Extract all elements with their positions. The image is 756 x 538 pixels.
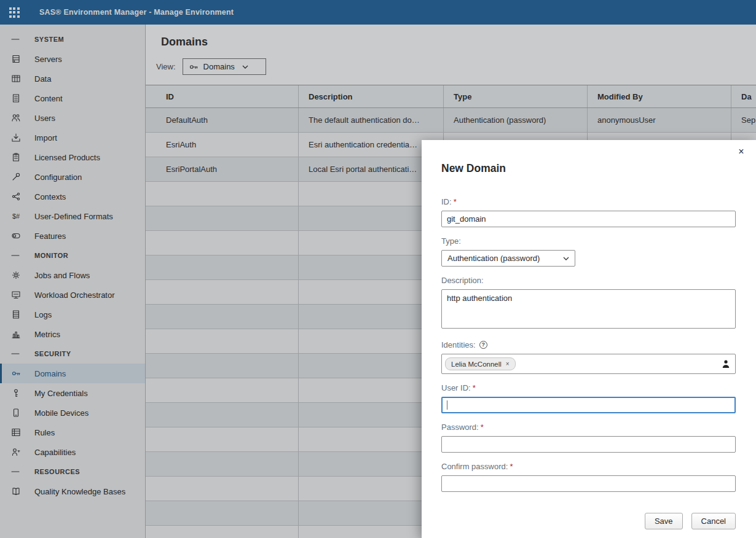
cancel-button[interactable]: Cancel <box>691 513 736 529</box>
identity-chip-label: Lelia McConnell <box>451 361 502 368</box>
new-domain-dialog: × New Domain ID: * Type: Authentication … <box>422 140 756 538</box>
dialog-title: New Domain <box>441 162 736 175</box>
user-id-label-text: User ID: <box>441 383 471 392</box>
description-textarea[interactable]: http authentication <box>441 289 736 329</box>
required-marker: * <box>510 462 513 471</box>
password-input[interactable] <box>441 436 736 453</box>
confirm-password-input[interactable] <box>441 475 736 492</box>
save-button[interactable]: Save <box>645 513 683 529</box>
description-field-group: Description: http authentication <box>441 276 736 331</box>
select-identities-icon[interactable] <box>722 360 730 368</box>
id-label: ID: * <box>441 197 736 206</box>
identity-chip[interactable]: Lelia McConnell × <box>445 357 516 370</box>
id-field-group: ID: * <box>441 197 736 227</box>
password-label: Password: * <box>441 423 736 432</box>
password-label-text: Password: <box>441 423 479 432</box>
user-id-input-wrap <box>441 397 736 413</box>
confirm-password-label: Confirm password: * <box>441 462 736 471</box>
required-marker: * <box>481 423 484 432</box>
close-icon[interactable]: × <box>734 145 748 158</box>
user-id-field-group: User ID: * <box>441 383 736 413</box>
type-select-value: Authentication (password) <box>447 254 540 263</box>
description-label-text: Description: <box>441 276 484 285</box>
identities-label: Identities: ? <box>441 340 736 349</box>
type-label: Type: <box>441 236 736 246</box>
password-field-group: Password: * <box>441 423 736 453</box>
text-caret <box>447 400 447 410</box>
confirm-password-label-text: Confirm password: <box>441 462 508 471</box>
type-select[interactable]: Authentication (password) <box>441 250 575 267</box>
identities-field-group: Identities: ? Lelia McConnell × <box>441 340 736 374</box>
required-marker: * <box>473 383 476 392</box>
id-input[interactable] <box>441 211 736 227</box>
description-label: Description: <box>441 276 736 285</box>
dialog-actions: Save Cancel <box>441 513 736 529</box>
required-marker: * <box>454 197 457 206</box>
identities-label-text: Identities: <box>441 340 476 349</box>
user-id-label: User ID: * <box>441 383 736 392</box>
user-id-input[interactable] <box>441 397 736 413</box>
identities-input[interactable]: Lelia McConnell × <box>441 354 736 374</box>
chevron-down-icon <box>563 257 569 260</box>
confirm-password-field-group: Confirm password: * <box>441 462 736 492</box>
help-icon[interactable]: ? <box>479 341 487 349</box>
chip-remove-icon[interactable]: × <box>506 361 510 367</box>
type-label-text: Type: <box>441 236 461 246</box>
type-field-group: Type: Authentication (password) <box>441 236 736 267</box>
id-label-text: ID: <box>441 197 452 206</box>
